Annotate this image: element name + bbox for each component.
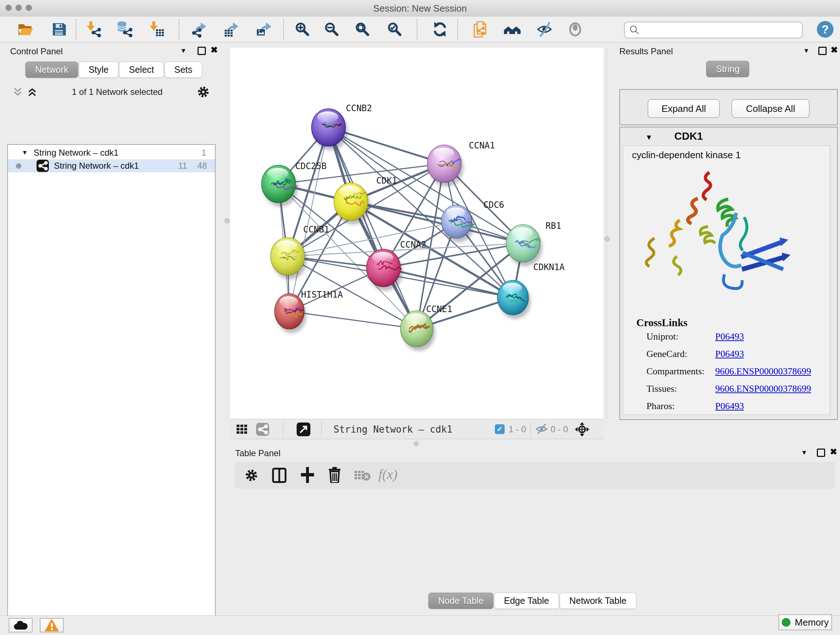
results-scrollbar[interactable] — [831, 146, 836, 415]
import-table-icon[interactable] — [148, 21, 165, 38]
share-document-icon[interactable] — [471, 21, 489, 38]
collapse-all-button[interactable]: Collapse All — [731, 99, 810, 118]
network-collection-row[interactable]: ▼ String Network – cdk1 1 — [8, 146, 215, 159]
node-CCNB2[interactable] — [311, 109, 346, 146]
crosslink-label: Tissues: — [646, 383, 715, 394]
crosslink-row: Tissues:9606.ENSP00000378699 — [646, 383, 827, 394]
panel-menu-caret-icon[interactable]: ▼ — [803, 47, 810, 55]
node-CCNB1[interactable] — [271, 238, 305, 275]
cloud-button[interactable] — [9, 618, 33, 632]
crosslink-link[interactable]: 9606.ENSP00000378699 — [715, 383, 811, 394]
warning-button[interactable] — [40, 618, 64, 632]
panel-menu-caret-icon[interactable]: ▼ — [801, 449, 807, 456]
panel-close-icon[interactable]: ✖ — [830, 447, 837, 457]
tab-sets[interactable]: Sets — [164, 62, 202, 78]
tab-network-table[interactable]: Network Table — [560, 593, 636, 609]
create-column-plus-icon[interactable] — [300, 467, 315, 483]
tab-node-table[interactable]: Node Table — [428, 593, 493, 609]
crosslink-link[interactable]: P06493 — [715, 331, 744, 342]
node-CCNA1[interactable] — [427, 145, 461, 182]
expand-all-button[interactable]: Expand All — [647, 99, 720, 118]
network-share-view-icon[interactable] — [256, 423, 269, 436]
selected-checkbox-icon[interactable]: ✓ — [495, 424, 505, 434]
panel-close-icon[interactable]: ✖ — [210, 45, 218, 55]
toolbar-separator — [283, 421, 283, 437]
zoom-fit-icon[interactable] — [354, 21, 371, 38]
toolbar-separator — [531, 421, 531, 437]
tab-string[interactable]: String — [706, 61, 749, 77]
pan-crosshair-icon[interactable] — [575, 422, 590, 437]
entry-content: cyclin-dependent kinase 1 — [623, 146, 830, 415]
zoom-in-icon[interactable] — [294, 21, 311, 38]
panel-close-icon[interactable]: ✖ — [831, 45, 838, 55]
node-label-CDKN1A: CDKN1A — [533, 262, 565, 272]
network-canvas[interactable]: CCNB2CCNA1CDC25BCDK1CDC6RB1CCNB1CCNA2CDK… — [230, 48, 603, 419]
collapse-all-networks-icon[interactable] — [12, 87, 23, 97]
edge-CCNE1-HIST1H1A[interactable] — [289, 311, 417, 329]
node-HIST1H1A[interactable] — [275, 294, 304, 329]
search-input[interactable] — [643, 25, 802, 35]
function-builder-icon[interactable]: f(x) — [378, 466, 398, 482]
crosslink-link[interactable]: P06493 — [715, 348, 744, 359]
entry-expander-icon[interactable]: ▼ — [645, 133, 653, 141]
network-options-gear-icon[interactable] — [197, 86, 210, 98]
expand-all-networks-icon[interactable] — [27, 87, 38, 97]
crosslinks-list: Uniprot:P06493GeneCard:P06493Compartment… — [646, 331, 827, 418]
zoom-out-icon[interactable] — [323, 21, 340, 38]
network-edge-count: 48 — [197, 161, 207, 171]
left-splitter-handle[interactable] — [225, 218, 230, 223]
memory-button[interactable]: Memory — [778, 614, 832, 630]
open-in-new-window-icon[interactable] — [297, 423, 310, 436]
network-selection-status: 1 of 1 Network selected — [38, 87, 197, 97]
node-CDK1[interactable] — [334, 183, 368, 220]
node-label-CDC6: CDC6 — [483, 200, 504, 210]
node-RB1[interactable] — [506, 225, 540, 262]
tab-style[interactable]: Style — [79, 62, 118, 78]
network-list-header: 1 of 1 Network selected — [7, 84, 216, 100]
delete-column-trash-icon[interactable] — [328, 467, 341, 483]
toolbar-separator — [417, 19, 417, 40]
tab-edge-table[interactable]: Edge Table — [494, 593, 559, 609]
node-CCNE1[interactable] — [401, 310, 433, 347]
save-session-icon[interactable] — [50, 21, 68, 38]
horizontal-splitter-handle[interactable] — [414, 441, 418, 446]
panel-float-icon[interactable] — [818, 47, 827, 55]
export-network-icon[interactable] — [191, 21, 208, 38]
main-toolbar: ? — [0, 17, 840, 42]
home-icon[interactable] — [504, 21, 521, 38]
network-current-dot-icon — [16, 163, 21, 169]
tab-network[interactable]: Network — [25, 62, 78, 78]
help-icon[interactable]: ? — [817, 21, 834, 38]
open-session-icon[interactable] — [17, 21, 34, 38]
import-network-file-icon[interactable] — [85, 21, 103, 38]
delete-table-icon[interactable] — [355, 470, 370, 481]
hidden-eye-slash-icon[interactable] — [535, 424, 548, 434]
tab-select[interactable]: Select — [119, 62, 164, 78]
network-row-selected[interactable]: String Network – cdk1 11 48 — [8, 159, 215, 172]
grid-view-icon[interactable] — [235, 423, 248, 436]
zoom-selected-icon[interactable] — [386, 21, 403, 38]
panel-float-icon[interactable] — [817, 448, 825, 457]
network-node-count: 11 — [178, 161, 187, 171]
search-icon — [629, 25, 640, 35]
right-splitter-handle[interactable] — [605, 236, 609, 241]
eye-icon[interactable] — [567, 21, 584, 38]
tree-expander-icon[interactable]: ▼ — [22, 149, 28, 157]
import-network-database-icon[interactable] — [116, 21, 133, 38]
results-panel-tabs: String — [706, 61, 750, 77]
crosslink-link[interactable]: P06493 — [715, 401, 744, 412]
panel-float-icon[interactable] — [197, 47, 206, 55]
panel-menu-caret-icon[interactable]: ▼ — [180, 47, 187, 55]
export-table-icon[interactable] — [223, 21, 240, 38]
node-label-CCNB1: CCNB1 — [303, 225, 329, 234]
export-image-icon[interactable] — [255, 21, 272, 38]
node-label-CCNB2: CCNB2 — [346, 103, 372, 113]
show-columns-icon[interactable] — [272, 468, 286, 483]
table-options-gear-icon[interactable] — [245, 469, 258, 482]
node-label-HIST1H1A: HIST1H1A — [301, 290, 343, 300]
crosslink-link[interactable]: 9606.ENSP00000378699 — [715, 366, 811, 377]
node-CCNA2[interactable] — [366, 249, 401, 287]
refresh-layout-icon[interactable] — [431, 21, 448, 38]
node-CDKN1A[interactable] — [497, 280, 529, 315]
hide-panel-eye-slash-icon[interactable] — [536, 21, 553, 38]
